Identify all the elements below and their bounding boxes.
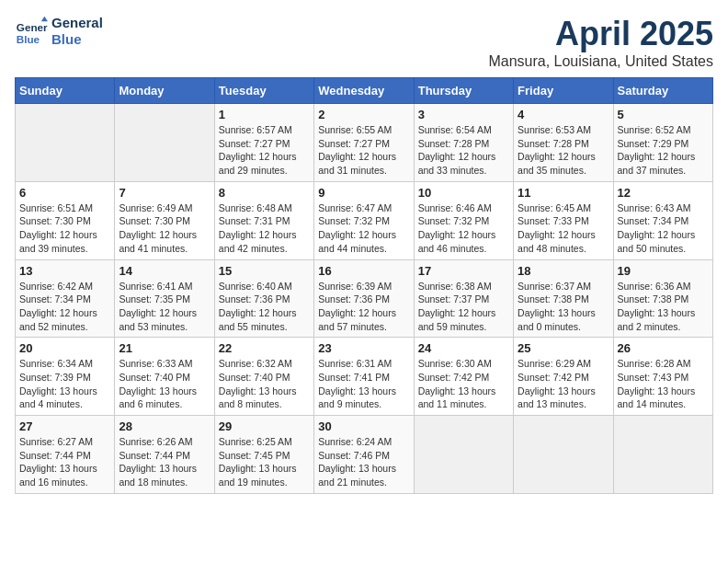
calendar-cell: 18Sunrise: 6:37 AMSunset: 7:38 PMDayligh…	[514, 259, 613, 338]
weekday-header: Monday	[115, 78, 214, 104]
calendar-cell: 22Sunrise: 6:32 AMSunset: 7:40 PMDayligh…	[214, 338, 313, 416]
calendar-cell: 21Sunrise: 6:33 AMSunset: 7:40 PMDayligh…	[115, 338, 214, 416]
day-detail: Sunrise: 6:26 AMSunset: 7:44 PMDaylight:…	[119, 435, 210, 489]
svg-text:General: General	[17, 21, 48, 33]
calendar-cell: 4Sunrise: 6:53 AMSunset: 7:28 PMDaylight…	[514, 104, 613, 182]
calendar-cell: 5Sunrise: 6:52 AMSunset: 7:29 PMDaylight…	[613, 104, 712, 182]
calendar-week-row: 20Sunrise: 6:34 AMSunset: 7:39 PMDayligh…	[16, 338, 713, 416]
day-number: 16	[318, 264, 409, 278]
day-number: 24	[418, 341, 509, 355]
day-number: 10	[418, 186, 509, 200]
day-number: 23	[318, 341, 409, 355]
day-detail: Sunrise: 6:27 AMSunset: 7:44 PMDaylight:…	[19, 435, 110, 489]
logo-icon: General Blue	[15, 15, 48, 48]
calendar-cell: 3Sunrise: 6:54 AMSunset: 7:28 PMDaylight…	[414, 104, 513, 182]
calendar-cell: 10Sunrise: 6:46 AMSunset: 7:32 PMDayligh…	[414, 181, 513, 259]
day-detail: Sunrise: 6:46 AMSunset: 7:32 PMDaylight:…	[418, 201, 509, 256]
title-area: April 2025 Mansura, Louisiana, United St…	[488, 15, 713, 70]
day-number: 21	[119, 341, 210, 355]
day-number: 6	[19, 186, 110, 200]
day-detail: Sunrise: 6:30 AMSunset: 7:42 PMDaylight:…	[418, 357, 509, 411]
calendar-cell	[115, 104, 214, 182]
calendar-cell: 7Sunrise: 6:49 AMSunset: 7:30 PMDaylight…	[115, 181, 214, 259]
calendar-cell: 1Sunrise: 6:57 AMSunset: 7:27 PMDaylight…	[214, 104, 313, 182]
weekday-header: Wednesday	[314, 78, 414, 104]
day-detail: Sunrise: 6:48 AMSunset: 7:31 PMDaylight:…	[219, 201, 310, 256]
day-number: 25	[518, 341, 609, 355]
day-detail: Sunrise: 6:47 AMSunset: 7:32 PMDaylight:…	[318, 201, 409, 256]
weekday-header: Tuesday	[214, 78, 313, 104]
day-detail: Sunrise: 6:41 AMSunset: 7:35 PMDaylight:…	[119, 280, 210, 334]
calendar-cell: 2Sunrise: 6:55 AMSunset: 7:27 PMDaylight…	[314, 104, 414, 182]
day-number: 14	[119, 264, 210, 278]
calendar-week-row: 1Sunrise: 6:57 AMSunset: 7:27 PMDaylight…	[16, 104, 713, 182]
day-detail: Sunrise: 6:40 AMSunset: 7:36 PMDaylight:…	[219, 280, 310, 334]
day-number: 15	[219, 264, 310, 278]
header: General Blue General Blue April 2025 Man…	[15, 15, 713, 70]
calendar-cell: 14Sunrise: 6:41 AMSunset: 7:35 PMDayligh…	[115, 259, 214, 338]
day-detail: Sunrise: 6:45 AMSunset: 7:33 PMDaylight:…	[518, 201, 609, 256]
weekday-header: Thursday	[414, 78, 513, 104]
day-number: 8	[219, 186, 310, 200]
calendar-week-row: 6Sunrise: 6:51 AMSunset: 7:30 PMDaylight…	[16, 181, 713, 259]
day-number: 18	[518, 264, 609, 278]
day-number: 9	[318, 186, 409, 200]
calendar-table: SundayMondayTuesdayWednesdayThursdayFrid…	[15, 77, 713, 494]
day-detail: Sunrise: 6:55 AMSunset: 7:27 PMDaylight:…	[318, 123, 409, 178]
weekday-header: Sunday	[16, 78, 115, 104]
day-number: 3	[418, 108, 509, 121]
svg-marker-2	[41, 17, 48, 21]
day-number: 26	[618, 341, 709, 355]
day-detail: Sunrise: 6:51 AMSunset: 7:30 PMDaylight:…	[19, 201, 110, 256]
calendar-cell: 19Sunrise: 6:36 AMSunset: 7:38 PMDayligh…	[613, 259, 712, 338]
day-number: 20	[19, 341, 110, 355]
calendar-cell: 26Sunrise: 6:28 AMSunset: 7:43 PMDayligh…	[613, 338, 712, 416]
day-detail: Sunrise: 6:25 AMSunset: 7:45 PMDaylight:…	[219, 435, 310, 489]
logo-general: General	[51, 15, 103, 31]
calendar-cell: 16Sunrise: 6:39 AMSunset: 7:36 PMDayligh…	[314, 259, 414, 338]
calendar-cell: 13Sunrise: 6:42 AMSunset: 7:34 PMDayligh…	[16, 259, 115, 338]
calendar-cell: 15Sunrise: 6:40 AMSunset: 7:36 PMDayligh…	[214, 259, 313, 338]
day-detail: Sunrise: 6:29 AMSunset: 7:42 PMDaylight:…	[518, 357, 609, 411]
day-detail: Sunrise: 6:28 AMSunset: 7:43 PMDaylight:…	[618, 357, 709, 411]
day-number: 7	[119, 186, 210, 200]
calendar-cell	[414, 416, 513, 494]
day-number: 12	[618, 186, 709, 200]
day-detail: Sunrise: 6:43 AMSunset: 7:34 PMDaylight:…	[618, 201, 709, 256]
day-number: 5	[618, 108, 709, 121]
weekday-header-row: SundayMondayTuesdayWednesdayThursdayFrid…	[16, 78, 713, 104]
day-detail: Sunrise: 6:38 AMSunset: 7:37 PMDaylight:…	[418, 280, 509, 334]
calendar-cell: 23Sunrise: 6:31 AMSunset: 7:41 PMDayligh…	[314, 338, 414, 416]
location-title: Mansura, Louisiana, United States	[488, 53, 713, 70]
calendar-cell: 17Sunrise: 6:38 AMSunset: 7:37 PMDayligh…	[414, 259, 513, 338]
day-number: 19	[618, 264, 709, 278]
day-detail: Sunrise: 6:37 AMSunset: 7:38 PMDaylight:…	[518, 280, 609, 334]
calendar-cell: 30Sunrise: 6:24 AMSunset: 7:46 PMDayligh…	[314, 416, 414, 494]
day-number: 28	[119, 419, 210, 433]
calendar-cell	[514, 416, 613, 494]
calendar-cell	[613, 416, 712, 494]
day-detail: Sunrise: 6:53 AMSunset: 7:28 PMDaylight:…	[518, 123, 609, 178]
day-number: 11	[518, 186, 609, 200]
calendar-week-row: 13Sunrise: 6:42 AMSunset: 7:34 PMDayligh…	[16, 259, 713, 338]
calendar-cell: 6Sunrise: 6:51 AMSunset: 7:30 PMDaylight…	[16, 181, 115, 259]
day-detail: Sunrise: 6:39 AMSunset: 7:36 PMDaylight:…	[318, 280, 409, 334]
weekday-header: Friday	[514, 78, 613, 104]
day-detail: Sunrise: 6:34 AMSunset: 7:39 PMDaylight:…	[19, 357, 110, 411]
logo-blue: Blue	[51, 31, 103, 48]
calendar-cell: 29Sunrise: 6:25 AMSunset: 7:45 PMDayligh…	[214, 416, 313, 494]
calendar-cell	[16, 104, 115, 182]
calendar-cell: 27Sunrise: 6:27 AMSunset: 7:44 PMDayligh…	[16, 416, 115, 494]
calendar-cell: 9Sunrise: 6:47 AMSunset: 7:32 PMDaylight…	[314, 181, 414, 259]
calendar-cell: 11Sunrise: 6:45 AMSunset: 7:33 PMDayligh…	[514, 181, 613, 259]
day-number: 29	[219, 419, 310, 433]
day-number: 13	[19, 264, 110, 278]
calendar-cell: 25Sunrise: 6:29 AMSunset: 7:42 PMDayligh…	[514, 338, 613, 416]
calendar-cell: 12Sunrise: 6:43 AMSunset: 7:34 PMDayligh…	[613, 181, 712, 259]
calendar-cell: 28Sunrise: 6:26 AMSunset: 7:44 PMDayligh…	[115, 416, 214, 494]
calendar-cell: 20Sunrise: 6:34 AMSunset: 7:39 PMDayligh…	[16, 338, 115, 416]
svg-text:Blue: Blue	[17, 33, 40, 45]
calendar-cell: 8Sunrise: 6:48 AMSunset: 7:31 PMDaylight…	[214, 181, 313, 259]
day-detail: Sunrise: 6:52 AMSunset: 7:29 PMDaylight:…	[618, 123, 709, 178]
day-detail: Sunrise: 6:42 AMSunset: 7:34 PMDaylight:…	[19, 280, 110, 334]
